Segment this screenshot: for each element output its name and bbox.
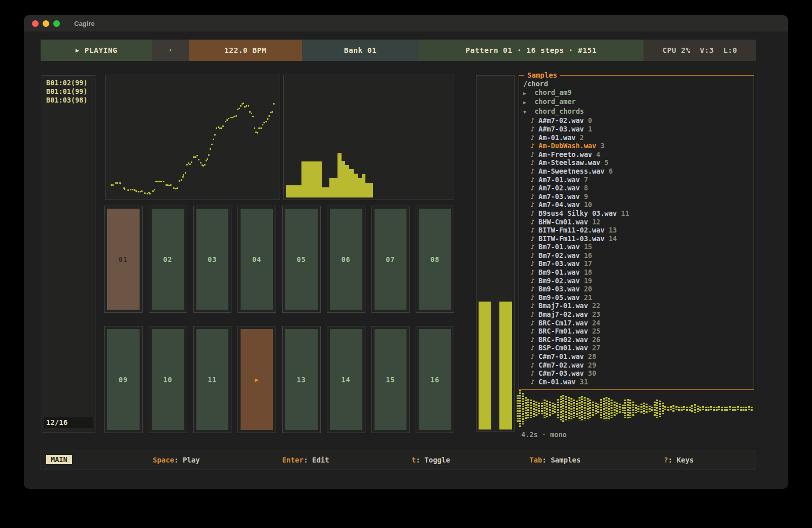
waveform-column	[694, 404, 696, 413]
pad-04[interactable]: 04	[238, 206, 276, 313]
sample-file[interactable]: ♪BHW-Cm01.wav 12	[523, 218, 754, 226]
file-index: 8	[584, 184, 588, 192]
sample-folder[interactable]: ▶ chord_amer	[523, 97, 754, 107]
minimize-window-icon[interactable]	[43, 20, 49, 27]
file-index: 1	[588, 125, 592, 133]
pad-14[interactable]: 14	[327, 326, 365, 433]
sample-file[interactable]: ♪Am-Sweetness.wav 6	[523, 167, 754, 176]
shortcut-key: ?	[664, 456, 668, 464]
music-note-icon: ♪	[530, 125, 538, 134]
music-note-icon: ♪	[530, 134, 538, 142]
play-icon: ▶	[76, 47, 80, 54]
sample-file[interactable]: ♪BITW-Fm11-02.wav 13	[523, 226, 754, 235]
sample-file[interactable]: ♪Am7-02.wav 8	[523, 184, 754, 192]
pad-13[interactable]: 13	[282, 326, 321, 433]
sample-file[interactable]: ♪C#m7-03.wav 30	[523, 369, 754, 378]
close-window-icon[interactable]	[32, 20, 39, 27]
voice-slot: B01:03(98)	[42, 96, 95, 105]
pad-10[interactable]: 10	[149, 326, 187, 433]
sample-file[interactable]: ♪BITW-Fm11-03.wav 14	[523, 235, 754, 243]
waveform-column	[624, 400, 626, 417]
sample-file[interactable]: ♪Am-Steelsaw.wav 5	[523, 158, 754, 167]
sample-file[interactable]: ♪Am-Freeto.wav 4	[523, 150, 754, 159]
zoom-window-icon[interactable]	[53, 20, 60, 27]
sample-file[interactable]: ♪Am7-04.wav 10	[523, 201, 754, 209]
sample-file[interactable]: ♪Am7-03.wav 9	[523, 192, 754, 201]
scatter-point	[248, 105, 249, 107]
pad-03[interactable]: 03	[193, 206, 232, 313]
waveform-column	[710, 406, 712, 412]
pad-07[interactable]: 07	[371, 206, 410, 313]
sample-file[interactable]: ♪BSP-Cm01.wav 27	[523, 344, 754, 352]
pad-16[interactable]: 16	[416, 326, 454, 433]
waveform-column	[654, 402, 656, 415]
sample-file[interactable]: ♪Bm9-05.wav 21	[523, 293, 754, 302]
file-index: 14	[608, 235, 617, 243]
sample-folder[interactable]: ▶ chord_am9	[523, 88, 754, 98]
waveform-column	[726, 407, 728, 411]
sample-file[interactable]: ♪A#m7-03.wav 1	[523, 125, 754, 134]
sample-file[interactable]: ♪Am-01.wav 2	[523, 134, 754, 142]
pad-02[interactable]: 02	[149, 206, 187, 313]
sample-file[interactable]: ♪A#m7-02.wav 0	[523, 116, 754, 125]
scatter-point	[112, 184, 114, 186]
sample-file[interactable]: ♪Cm-01.wav 31	[523, 378, 754, 386]
pad-01[interactable]: 01	[104, 206, 143, 313]
sample-file[interactable]: ♪BRC-Cm17.wav 24	[523, 319, 754, 327]
sample-file[interactable]: ♪Bm9-01.wav 18	[523, 268, 754, 277]
sample-file[interactable]: ♪BRC-Fm01.wav 25	[523, 327, 754, 336]
scatter-point	[182, 176, 184, 178]
waveform-column	[562, 395, 564, 423]
pad-fill: 15	[375, 329, 407, 430]
sample-file[interactable]: ♪Bm7-03.wav 17	[523, 259, 754, 268]
scatter-point	[144, 192, 146, 194]
sample-file[interactable]: ♪Bmaj7-01.wav 22	[523, 302, 754, 310]
scatter-point	[189, 163, 191, 165]
folder-expanded-icon[interactable]: ▼	[523, 108, 530, 117]
sample-file[interactable]: ♪B9sus4 Silky 03.wav 11	[523, 209, 754, 218]
folder-collapsed-icon[interactable]: ▶	[523, 98, 530, 107]
pad-fill: ▶	[241, 329, 273, 430]
waveform-column	[603, 398, 605, 420]
voice-slot: B01:01(99)	[42, 87, 95, 96]
pad-fill: 07	[375, 209, 407, 310]
sample-file[interactable]: ♪Am7-01.wav 7	[523, 176, 754, 184]
voice-list: B01:02(99)B01:01(99)B01:03(98)	[42, 76, 95, 105]
pad-08[interactable]: 08	[416, 206, 454, 313]
waveform-column	[627, 399, 629, 419]
sample-file[interactable]: ♪Bm9-03.wav 20	[523, 285, 754, 293]
sample-file[interactable]: ♪Bm7-02.wav 16	[523, 251, 754, 260]
scatter-point	[181, 179, 182, 181]
sample-file[interactable]: ♪Bm9-02.wav 19	[523, 277, 754, 285]
sample-file[interactable]: ♪Bm7-01.wav 15	[523, 243, 754, 251]
sample-list[interactable]: /chord▶ chord_am9▶ chord_amer▼ chord_cho…	[519, 76, 754, 386]
pad-06[interactable]: 06	[327, 206, 365, 313]
waveform-column	[718, 406, 720, 411]
file-name: Bm9-05.wav	[538, 293, 584, 302]
sample-file[interactable]: ♪BRC-Fm02.wav 26	[523, 336, 754, 344]
music-note-icon: ♪	[530, 268, 538, 277]
scatter-point	[155, 181, 157, 182]
music-note-icon: ♪	[530, 344, 538, 352]
scatter-point	[263, 122, 265, 123]
sample-file[interactable]: ♪C#m7-02.wav 29	[523, 361, 754, 370]
pad-12[interactable]: ▶	[238, 326, 276, 433]
sample-file[interactable]: ♪Am-DubWash.wav 3	[523, 142, 754, 150]
sample-file[interactable]: ♪Bmaj7-02.wav 23	[523, 310, 754, 319]
pad-09[interactable]: 09	[104, 326, 143, 433]
sample-folder[interactable]: ▼ chord_chords	[523, 107, 754, 117]
pad-15[interactable]: 15	[371, 326, 410, 433]
pad-fill: 08	[419, 209, 451, 310]
pad-fill: 02	[152, 209, 184, 310]
music-note-icon: ♪	[530, 167, 538, 176]
waveform-column	[659, 401, 661, 416]
titlebar: Cagire	[24, 15, 788, 31]
histogram-bar	[286, 185, 301, 197]
folder-collapsed-icon[interactable]: ▶	[523, 89, 530, 98]
pad-11[interactable]: 11	[193, 326, 232, 433]
file-name: Am7-02.wav	[538, 184, 584, 192]
waveform-column	[707, 407, 709, 411]
waveform-column	[686, 407, 688, 411]
sample-file[interactable]: ♪C#m7-01.wav 28	[523, 352, 754, 361]
pad-05[interactable]: 05	[282, 206, 321, 313]
